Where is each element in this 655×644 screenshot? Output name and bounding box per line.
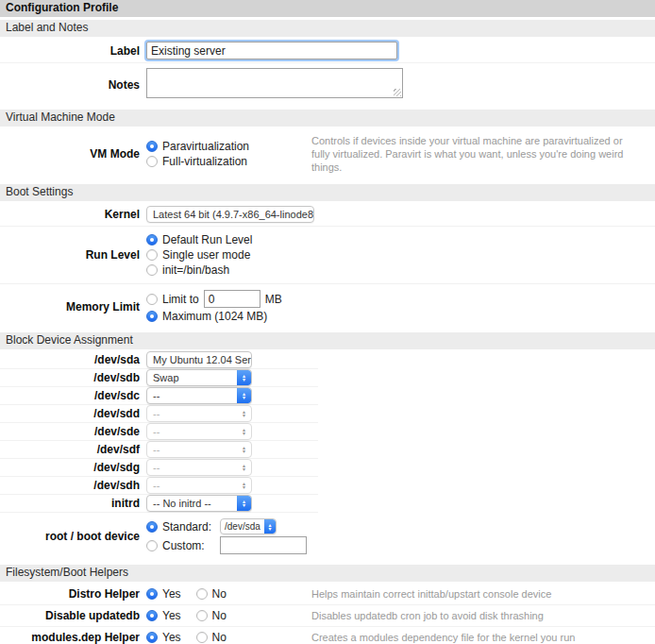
select-arrows-icon: ▴▾	[264, 519, 276, 534]
radio-updatedb-yes[interactable]	[146, 610, 158, 621]
kernel-row: Kernel Latest 64 bit (4.9.7-x86_64-linod…	[0, 203, 655, 227]
radio-modules-dep-yes[interactable]	[146, 632, 158, 643]
run-level-row: Run Level Default Run Level Single user …	[0, 227, 655, 284]
device-row-sdd: /dev/sdd -- ▴▾	[0, 405, 318, 423]
sdh-select[interactable]: -- ▴▾	[146, 477, 252, 494]
sde-select[interactable]: -- ▴▾	[146, 423, 252, 440]
standard-label[interactable]: Standard:	[162, 520, 215, 534]
radio-updatedb-no[interactable]	[196, 610, 208, 621]
root-boot-device-row: root / boot device Standard: /dev/sda ▴▾…	[0, 513, 655, 562]
device-row-initrd: initrd -- No initrd -- ▴▾	[0, 495, 318, 513]
device-row-sdc: /dev/sdc -- ▴▾	[0, 387, 318, 405]
kernel-label: Kernel	[0, 208, 140, 221]
vm-mode-row: VM Mode Paravirtualization Full-virtuali…	[0, 128, 655, 181]
vm-mode-label: VM Mode	[0, 147, 140, 161]
device-row-sdb: /dev/sdb Swap ▴▾	[0, 369, 318, 387]
vm-mode-help: Controls if devices inside your virtual …	[311, 134, 651, 174]
helper-row-distro: Distro Helper Yes No Helps maintain corr…	[0, 584, 655, 605]
run-level-option-default[interactable]: Default Run Level	[146, 233, 655, 246]
label-input[interactable]	[146, 42, 397, 59]
radio-distro-yes[interactable]	[146, 588, 158, 600]
radio-single-user-mode[interactable]	[146, 249, 158, 261]
vm-mode-option-paravirtualization[interactable]: Paravirtualization	[146, 140, 305, 153]
memory-limit-input[interactable]	[204, 290, 260, 308]
device-row-sdg: /dev/sdg -- ▴▾	[0, 459, 318, 477]
sdb-select[interactable]: Swap ▴▾	[146, 369, 252, 386]
device-row-sda: /dev/sda My Ubuntu 12.04 Server ▴▾	[0, 351, 318, 369]
custom-label[interactable]: Custom:	[162, 539, 215, 552]
run-level-option-init-bash[interactable]: init=/bin/bash	[146, 263, 655, 277]
radio-full-virtualization[interactable]	[146, 156, 158, 167]
device-row-sdh: /dev/sdh -- ▴▾	[0, 477, 318, 495]
section-header-boot-settings: Boot Settings	[0, 184, 655, 201]
section-header-label-notes: Label and Notes	[0, 20, 655, 37]
initrd-select[interactable]: -- No initrd -- ▴▾	[146, 495, 252, 512]
root-boot-device-label: root / boot device	[0, 530, 140, 543]
updatedb-help: Disables updatedb cron job to avoid disk…	[311, 609, 651, 622]
label-row: Label	[0, 39, 655, 63]
memory-unit-label: MB	[265, 293, 282, 306]
notes-field-label: Notes	[0, 78, 140, 92]
section-header-helpers: Filesystem/Boot Helpers	[0, 565, 655, 582]
radio-init-bash[interactable]	[146, 264, 158, 276]
select-arrows-icon: ▴▾	[237, 460, 251, 475]
vm-mode-option-full-virtualization[interactable]: Full-virtualization	[146, 155, 305, 168]
notes-textarea[interactable]	[146, 68, 403, 98]
helper-row-updatedb: Disable updatedb Yes No Disables updated…	[0, 605, 655, 627]
limit-to-label[interactable]: Limit to	[162, 293, 199, 306]
memory-limit-label: Memory Limit	[0, 300, 140, 314]
sdg-select[interactable]: -- ▴▾	[146, 459, 252, 476]
section-header-block-device: Block Device Assignment	[0, 332, 655, 349]
radio-paravirtualization[interactable]	[146, 141, 158, 152]
root-device-select[interactable]: /dev/sda ▴▾	[220, 518, 277, 534]
kernel-select[interactable]: Latest 64 bit (4.9.7-x86_64-linode80) ▴▾	[146, 206, 314, 223]
radio-limit-to[interactable]	[146, 294, 158, 305]
notes-row: Notes	[0, 63, 655, 107]
distro-helper-help: Helps maintain correct inittab/upstart c…	[311, 587, 651, 601]
section-header-vm-mode: Virtual Machine Mode	[0, 110, 655, 127]
radio-default-run-level[interactable]	[146, 234, 158, 246]
run-level-label: Run Level	[0, 248, 140, 262]
device-row-sde: /dev/sde -- ▴▾	[0, 423, 318, 441]
select-arrows-icon: ▴▾	[237, 370, 251, 385]
select-arrows-icon: ▴▾	[237, 442, 251, 457]
modules-dep-help: Creates a modules dependency file for th…	[311, 631, 651, 644]
select-arrows-icon: ▴▾	[237, 496, 251, 511]
select-arrows-icon: ▴▾	[237, 388, 251, 403]
run-level-option-single-user[interactable]: Single user mode	[146, 248, 655, 262]
sda-select[interactable]: My Ubuntu 12.04 Server ▴▾	[146, 351, 252, 368]
radio-modules-dep-no[interactable]	[196, 632, 208, 643]
select-arrows-icon: ▴▾	[237, 424, 251, 439]
custom-root-input[interactable]	[220, 536, 307, 554]
radio-standard[interactable]	[146, 521, 158, 533]
block-device-list: /dev/sda My Ubuntu 12.04 Server ▴▾ /dev/…	[0, 351, 318, 513]
sdd-select[interactable]: -- ▴▾	[146, 405, 252, 422]
memory-limit-row: Memory Limit Limit to MB Maximum (1024 M…	[0, 284, 655, 330]
radio-maximum[interactable]	[146, 311, 158, 322]
radio-distro-no[interactable]	[196, 588, 208, 600]
select-arrows-icon: ▴▾	[237, 478, 251, 493]
maximum-label[interactable]: Maximum (1024 MB)	[162, 310, 267, 323]
sdf-select[interactable]: -- ▴▾	[146, 441, 252, 458]
device-row-sdf: /dev/sdf -- ▴▾	[0, 441, 318, 459]
radio-custom[interactable]	[146, 540, 158, 551]
configuration-profile-page: Configuration Profile Label and Notes La…	[0, 0, 655, 644]
page-title: Configuration Profile	[0, 0, 655, 17]
sdc-select[interactable]: -- ▴▾	[146, 387, 252, 404]
select-arrows-icon: ▴▾	[237, 406, 251, 421]
helper-row-modules-dep: modules.dep Helper Yes No Creates a modu…	[0, 627, 655, 644]
label-field-label: Label	[0, 44, 140, 58]
